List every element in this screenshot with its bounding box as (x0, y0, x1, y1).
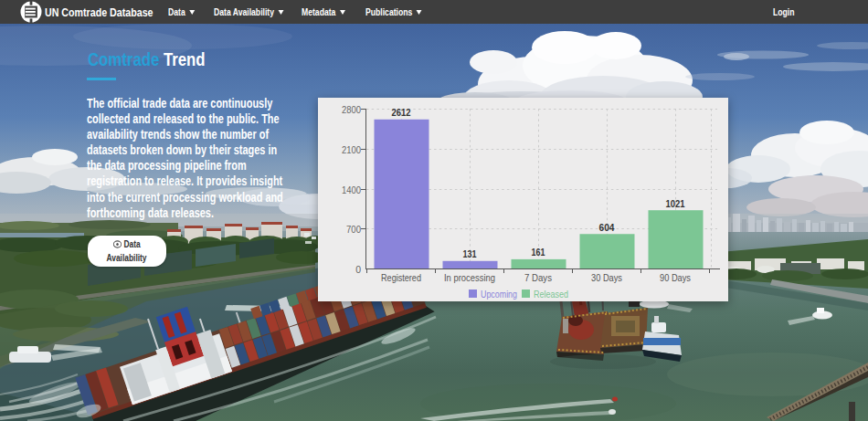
svg-text:Upcoming: Upcoming (481, 289, 517, 300)
svg-text:700: 700 (346, 224, 361, 235)
svg-text:0: 0 (355, 264, 361, 275)
svg-text:Released: Released (534, 289, 568, 300)
svg-text:30 Days: 30 Days (591, 272, 622, 283)
svg-text:1021: 1021 (666, 198, 685, 209)
svg-text:604: 604 (599, 222, 615, 233)
svg-text:131: 131 (463, 248, 477, 259)
svg-text:In processing: In processing (444, 272, 495, 283)
svg-text:Registered: Registered (381, 272, 421, 283)
svg-text:2800: 2800 (342, 104, 361, 115)
svg-text:1400: 1400 (342, 184, 361, 195)
svg-text:7 Days: 7 Days (524, 272, 552, 283)
svg-text:90 Days: 90 Days (660, 272, 691, 283)
svg-text:161: 161 (532, 247, 545, 258)
svg-text:2612: 2612 (392, 107, 411, 118)
svg-text:2100: 2100 (342, 144, 361, 155)
